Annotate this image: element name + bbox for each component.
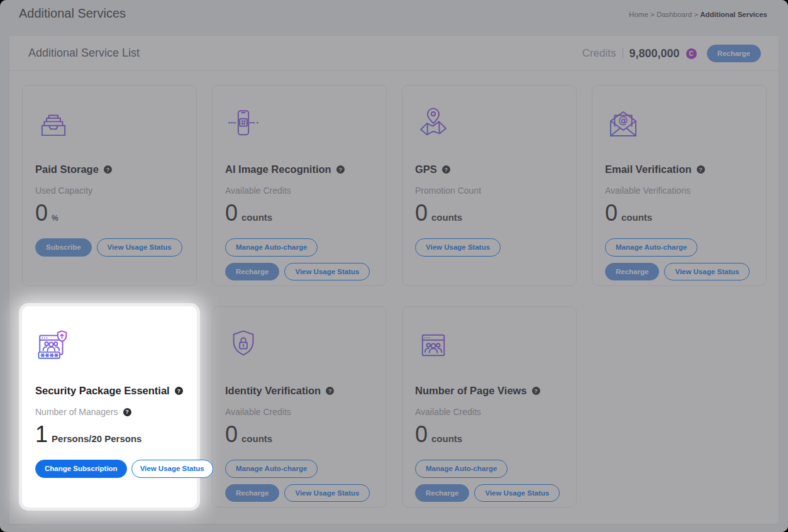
card-security-package-essential: Security Package Essential ? Number of M… (22, 306, 197, 507)
info-icon[interactable]: ? (123, 408, 131, 416)
screen: Additional Services Home > Dashboard > A… (0, 0, 788, 532)
view-usage-status-button[interactable]: View Usage Status (131, 460, 213, 478)
window-people-shield-icon (35, 327, 73, 363)
card-title: Security Package Essential (35, 385, 170, 397)
metric-label: Number of Managers (35, 407, 118, 417)
metric-value: 1 (35, 423, 48, 446)
metric-value-suffix: Persons/20 Persons (52, 433, 142, 444)
info-icon[interactable]: ? (175, 387, 183, 395)
card-buttons: Change SubscriptionView Usage Status (35, 460, 186, 478)
change-subscription-button[interactable]: Change Subscription (35, 460, 127, 478)
